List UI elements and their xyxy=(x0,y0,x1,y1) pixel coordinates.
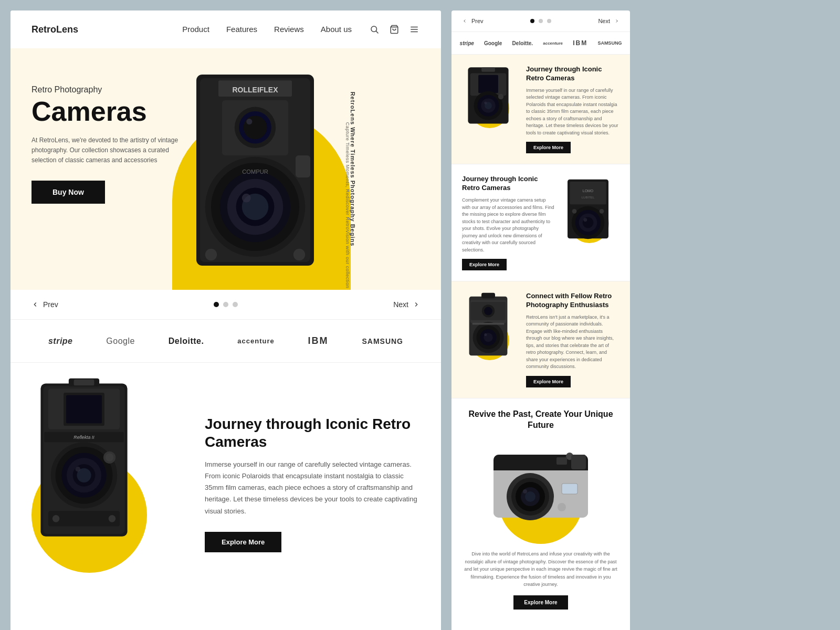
svg-text:Reflekta II: Reflekta II xyxy=(74,435,94,440)
brand-logo: RetroLens xyxy=(32,24,78,35)
search-icon[interactable] xyxy=(369,24,380,35)
cart-icon[interactable] xyxy=(388,24,400,35)
card2-title: Journey through Iconic Retro Cameras xyxy=(462,175,555,193)
card1-title: Journey through Iconic Retro Cameras xyxy=(526,65,620,83)
svg-line-1 xyxy=(376,31,378,33)
next-button[interactable]: Next xyxy=(393,300,420,309)
hero-section: Retro Photography Cameras At RetroLens, … xyxy=(10,48,441,290)
svg-point-21 xyxy=(242,194,251,203)
svg-point-14 xyxy=(246,119,252,124)
hero-title: Cameras xyxy=(32,98,178,125)
menu-icon[interactable] xyxy=(408,24,420,35)
hero-content: Retro Photography Cameras At RetroLens, … xyxy=(32,69,178,204)
right-bottom-title: Revive the Past, Create Your Unique Futu… xyxy=(462,409,620,431)
right-prev-button[interactable]: Prev xyxy=(462,18,484,24)
hero-camera-image: ROLLEIFLEX C xyxy=(182,52,329,290)
card2-camera-wrap: LOMO LUBITEL xyxy=(562,175,620,243)
svg-point-56 xyxy=(498,94,503,99)
partner-deloitte: Deloitte. xyxy=(169,337,204,346)
dot-2[interactable] xyxy=(223,302,228,307)
nav-links: Product Features Reviews About us xyxy=(182,25,352,34)
card2-desc: Complement your vintage camera setup wit… xyxy=(462,197,555,254)
hero-description: At RetroLens, we're devoted to the artis… xyxy=(32,135,178,166)
right-bottom-section: Revive the Past, Create Your Unique Futu… xyxy=(452,398,630,621)
svg-point-66 xyxy=(572,209,577,214)
svg-rect-93 xyxy=(562,484,578,494)
card2-camera-svg: LOMO LUBITEL xyxy=(562,175,614,243)
right-pagination-dots xyxy=(530,19,551,23)
svg-text:LUBITEL: LUBITEL xyxy=(582,196,595,199)
right-bottom-desc: Dive into the world of RetroLens and inf… xyxy=(462,550,620,588)
svg-point-0 xyxy=(371,26,377,32)
card1-camera-svg xyxy=(462,65,514,128)
bottom-camera-image: Reflekta II xyxy=(21,373,168,554)
svg-text:COMPUR: COMPUR xyxy=(242,169,268,175)
bottom-text: Journey through Iconic Retro Cameras Imm… xyxy=(205,373,420,552)
card1-explore-button[interactable]: Explore More xyxy=(526,142,571,153)
partners-section: stripe Google Deloitte. accenture IBM SA… xyxy=(10,320,441,363)
svg-rect-32 xyxy=(66,395,102,423)
right-prev-label: Prev xyxy=(471,18,484,24)
svg-rect-86 xyxy=(571,455,586,469)
hero-vertical-text: RetroLens Where Timeless Photography Beg… xyxy=(350,92,356,247)
svg-rect-22 xyxy=(296,155,310,177)
card3-desc: RetroLens isn't just a marketplace, it's… xyxy=(526,314,620,371)
svg-rect-69 xyxy=(481,293,495,298)
partner-accenture: accenture xyxy=(237,337,274,345)
svg-point-45 xyxy=(52,515,60,522)
bottom-title: Journey through Iconic Retro Cameras xyxy=(205,415,420,450)
right-card-3: Connect with Fellow Retro Photography En… xyxy=(452,281,630,398)
card2-content: Journey through Iconic Retro Cameras Com… xyxy=(462,175,555,270)
svg-point-24 xyxy=(293,249,305,260)
nav-about[interactable]: About us xyxy=(321,25,352,34)
right-partner-accenture: accenture xyxy=(543,41,563,46)
dot-1[interactable] xyxy=(214,302,219,307)
right-bottom-explore-button[interactable]: Explore More xyxy=(513,595,568,610)
nav-features[interactable]: Features xyxy=(226,25,257,34)
prev-label: Prev xyxy=(43,300,58,309)
svg-point-78 xyxy=(484,307,492,316)
partner-stripe: stripe xyxy=(48,337,73,346)
right-partner-google: Google xyxy=(484,40,502,46)
svg-point-43 xyxy=(106,454,114,462)
svg-rect-58 xyxy=(570,182,606,204)
right-partners: stripe Google Deloitte. accenture IBM SA… xyxy=(452,32,630,55)
svg-point-65 xyxy=(583,218,587,222)
svg-point-67 xyxy=(600,209,604,214)
bottom-camera-wrap: Reflekta II xyxy=(10,373,189,573)
card2-explore-button[interactable]: Explore More xyxy=(462,259,507,270)
bottom-section: Reflekta II xyxy=(10,363,441,594)
svg-point-91 xyxy=(525,491,536,502)
hero-pagination: Prev Next xyxy=(10,290,441,320)
svg-point-23 xyxy=(205,249,217,260)
partner-ibm: IBM xyxy=(308,335,329,346)
svg-rect-50 xyxy=(478,75,498,93)
card1-content: Journey through Iconic Retro Cameras Imm… xyxy=(526,65,620,153)
buy-now-button[interactable]: Buy Now xyxy=(32,181,105,204)
right-next-button[interactable]: Next xyxy=(598,18,620,24)
card3-content: Connect with Fellow Retro Photography En… xyxy=(526,292,620,387)
prev-button[interactable]: Prev xyxy=(32,300,58,309)
right-dot-1[interactable] xyxy=(530,19,534,23)
svg-point-55 xyxy=(484,101,487,104)
explore-more-button[interactable]: Explore More xyxy=(205,532,281,552)
right-partner-deloitte: Deloitte. xyxy=(512,40,533,46)
nav-reviews[interactable]: Reviews xyxy=(274,25,304,34)
pagination-dots xyxy=(214,302,238,307)
partner-google: Google xyxy=(106,337,135,346)
right-panel: Prev Next stripe Google Deloitte. accent… xyxy=(452,10,630,630)
card3-title: Connect with Fellow Retro Photography En… xyxy=(526,292,620,310)
svg-point-75 xyxy=(484,333,487,336)
right-dot-3[interactable] xyxy=(547,19,551,23)
left-panel: RetroLens Product Features Reviews About… xyxy=(10,10,441,630)
right-dot-2[interactable] xyxy=(539,19,543,23)
card3-camera-svg xyxy=(462,292,514,360)
dot-3[interactable] xyxy=(233,302,238,307)
card3-explore-button[interactable]: Explore More xyxy=(526,376,571,387)
right-partner-ibm: IBM xyxy=(573,39,587,47)
bottom-description: Immerse yourself in our range of careful… xyxy=(205,459,420,517)
nav-product[interactable]: Product xyxy=(182,25,209,34)
navbar: RetroLens Product Features Reviews About… xyxy=(10,10,441,48)
svg-point-46 xyxy=(109,515,116,522)
next-label: Next xyxy=(393,300,408,309)
